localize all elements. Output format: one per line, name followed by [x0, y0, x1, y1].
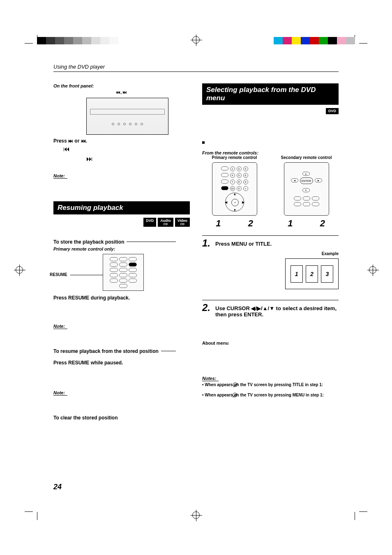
right-column: Selecting playback from the DVD menu DVD…: [202, 83, 339, 421]
skip-forward-icon: ⏭: [86, 155, 190, 163]
crop-mark-icon: [355, 512, 367, 524]
clear-stored-position-heading: To clear the stored position: [53, 415, 190, 421]
menu-thumb-3: 3: [321, 265, 333, 283]
skip-back-icon: ⏮: [63, 145, 190, 153]
note-heading: Note:: [53, 173, 67, 179]
page-header: Using the DVD player: [53, 64, 339, 72]
step-1-number: 1.: [202, 237, 210, 249]
press-skip-instruction: Press ⏭ or ⏮.: [53, 138, 190, 144]
press-resume-paused: Press RESUME while paused.: [53, 360, 190, 366]
selecting-playback-heading: Selecting playback from the DVD menu: [202, 83, 339, 105]
menu-thumb-1: 1: [291, 265, 303, 283]
disc-badges: DVD AudioCD VideoCD: [53, 218, 190, 227]
color-bars-icon: [274, 37, 355, 44]
crop-mark-icon: [25, 31, 37, 43]
cursor-down-icon: ▼: [302, 188, 310, 192]
cursor-dpad-icon: ⏎ ▲ ▼ ◀ ▶: [225, 193, 244, 212]
callout-2: 2: [320, 218, 325, 229]
from-remote-controls-heading: From the remote controls:: [202, 150, 339, 155]
cursor-up-icon: ▲: [302, 172, 310, 176]
example-menu-illustration: 1 2 3: [285, 258, 339, 289]
menu-thumb-2: 2: [306, 265, 318, 283]
primary-remote-illustration: 123 456 789 100+ ⏎ ▲ ▼ ◀ ▶: [212, 162, 257, 216]
dvd-badge: DVD: [143, 218, 156, 227]
audio-cd-badge: AudioCD: [158, 218, 173, 227]
callout-1: 1: [216, 218, 221, 229]
press-resume-playback: Press RESUME during playback.: [53, 295, 190, 301]
cursor-left-icon: ◀: [291, 178, 298, 182]
skip-buttons-caption: ⏮, ⏭: [53, 90, 190, 94]
front-panel-heading: On the front panel:: [53, 83, 190, 88]
disc-badges-right: DVD: [202, 108, 339, 114]
registration-mark-icon: [369, 266, 376, 274]
primary-remote-label: Primary remote control: [202, 155, 267, 160]
callout-2: 2: [248, 218, 253, 229]
note-heading: Note:: [53, 390, 67, 396]
crop-mark-icon: [25, 512, 37, 524]
left-column: On the front panel: ⏮, ⏭ Press ⏭ or ⏮. ⏮…: [53, 83, 190, 421]
step-2-text: Use CURSOR ◀/▶/▲/▼ to select a desired i…: [215, 305, 339, 318]
cursor-right-icon: ▶: [315, 178, 322, 182]
step-2-number: 2.: [202, 302, 210, 313]
note-heading: Note:: [53, 324, 67, 329]
prohibit-icon: [233, 393, 237, 397]
step-1-text: Press MENU or TITLE.: [215, 241, 272, 247]
resuming-playback-heading: Resuming playback: [53, 201, 190, 214]
enter-button-icon: ⏎: [231, 199, 239, 206]
video-cd-badge: VideoCD: [175, 218, 190, 227]
note-menu-line: • When appears on the TV screen by press…: [202, 393, 339, 397]
example-label: Example: [202, 251, 339, 256]
prohibit-icon: [233, 382, 238, 387]
resume-button-callout: RESUME: [50, 272, 67, 277]
front-panel-illustration: [86, 98, 168, 135]
callout-1: 1: [288, 218, 293, 229]
notes-heading: Notes:: [202, 376, 219, 381]
enter-button: ENTER: [300, 177, 313, 184]
bullet-square-icon: [202, 141, 205, 144]
secondary-remote-label: Secondary remote control: [274, 155, 339, 160]
resume-from-stored-heading: To resume playback from the stored posit…: [53, 348, 190, 354]
registration-mark-icon: [192, 36, 200, 44]
crop-mark-icon: [355, 31, 367, 43]
about-menu-heading: About menu: [202, 341, 339, 345]
registration-mark-icon: [16, 266, 23, 274]
primary-remote-only-label: Primary remote control only:: [53, 246, 190, 251]
gray-step-wedge-icon: [37, 37, 118, 44]
store-position-heading: To store the playback position: [53, 239, 190, 245]
dvd-badge: DVD: [326, 108, 339, 114]
note-title-line: • When appears on the TV screen by press…: [202, 382, 339, 387]
secondary-remote-illustration: ◀ ▶ ▲ ▼ ENTER: [284, 162, 329, 216]
registration-mark-icon: [192, 511, 200, 519]
page-number: 24: [53, 483, 62, 491]
primary-remote-illustration: RESUME: [103, 254, 144, 291]
